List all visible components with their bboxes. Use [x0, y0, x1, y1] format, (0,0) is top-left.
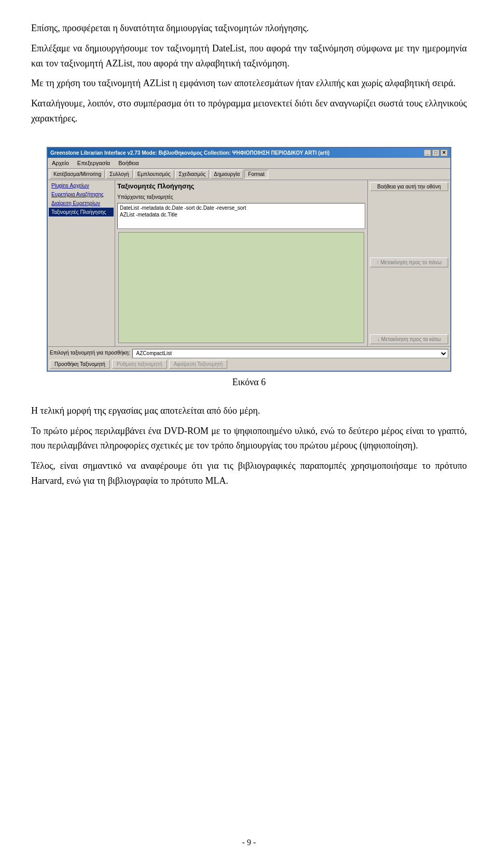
menu-help[interactable]: Βοήθεια: [116, 159, 141, 167]
toolbar-design[interactable]: Σχεδιασμός: [175, 170, 210, 179]
paragraph-4: Καταλήγουμε, λοιπόν, στο συμπέρασμα ότι …: [31, 96, 467, 126]
paragraph-post-2: Το πρώτο μέρος περιλαμβάνει ένα DVD-ROM …: [31, 424, 467, 454]
figure-container: Greenstone Librarian Interface v2.73 Mod…: [47, 147, 451, 388]
paragraph-1: Επίσης, προσφέρεται η δυνατότητα δημιουρ…: [31, 21, 467, 36]
menubar: Αρχείο Επεξεργασία Βοήθεια: [48, 158, 450, 169]
greenstone-window: Greenstone Librarian Interface v2.73 Mod…: [47, 147, 451, 372]
bottom-bar: Επιλογή ταξινομητή για προσθήκη: AZCompa…: [48, 346, 450, 371]
paragraph-3: Με τη χρήση του ταξινομητή AZList η εμφά…: [31, 76, 467, 91]
sidebar-item-plugins[interactable]: Plugins Αρχείων: [49, 181, 114, 190]
titlebar-buttons: _ □ ✕: [424, 150, 448, 156]
close-button[interactable]: ✕: [440, 150, 448, 156]
action-row: Προσθήκη Ταξινομητή Ρύθμιση ταξινομητή Α…: [50, 360, 448, 369]
minimize-button[interactable]: _: [424, 150, 431, 156]
sidebar: Plugins Αρχείων Ευρετήρια Αναζήτησης Δια…: [48, 180, 115, 346]
paragraph-post-1: Η τελική μορφή της εργασίας μας αποτελεί…: [31, 403, 467, 418]
toolbar-collection[interactable]: Συλλογή: [106, 170, 133, 179]
classifier-select[interactable]: AZCompactList: [132, 349, 448, 358]
toolbar-format[interactable]: Format: [244, 170, 268, 179]
select-row: Επιλογή ταξινομητή για προσθήκη: AZCompa…: [50, 349, 448, 358]
toolbar-download[interactable]: Κατέβασμα/Mirroring: [50, 170, 105, 179]
sidebar-item-partition[interactable]: Διαίρεση Ευρετηρίων: [49, 199, 114, 208]
classifiers-list[interactable]: DateList -metadata dc.Date -sort dc.Date…: [117, 203, 365, 229]
right-panel: Βοήθεια για αυτή την οθόνη ↑ Μετακίνηση …: [367, 180, 450, 346]
move-down-button[interactable]: ↓ Μετακίνηση προς τα κάτω: [370, 334, 448, 344]
paragraph-2: Επιλέξαμε να δημιουργήσουμε τον ταξινομη…: [31, 41, 467, 71]
titlebar: Greenstone Librarian Interface v2.73 Mod…: [48, 148, 450, 158]
sidebar-item-indexes[interactable]: Ευρετήρια Αναζήτησης: [49, 190, 114, 199]
menu-file[interactable]: Αρχείο: [50, 159, 71, 167]
select-label: Επιλογή ταξινομητή για προσθήκη:: [50, 350, 130, 356]
existing-label: Υπάρχοντες ταξινομητές: [117, 194, 365, 200]
menu-edit[interactable]: Επεξεργασία: [75, 159, 112, 167]
main-panel: Ταξινομητές Πλοήγησης Υπάρχοντες ταξινομ…: [115, 180, 367, 346]
main-content: Plugins Αρχείων Ευρετήρια Αναζήτησης Δια…: [48, 180, 450, 346]
remove-classifier-button[interactable]: Αφαίρεση Ταξινομητή: [169, 360, 228, 369]
window-title: Greenstone Librarian Interface v2.73 Mod…: [50, 150, 329, 156]
green-area: [118, 232, 364, 343]
sidebar-item-classifiers[interactable]: Ταξινομητές Πλοήγησης: [49, 208, 114, 216]
panel-title: Ταξινομητές Πλοήγησης: [117, 182, 365, 190]
page-number: - 9 -: [31, 828, 467, 847]
page-container: Επίσης, προσφέρεται η δυνατότητα δημιουρ…: [0, 0, 498, 868]
reset-classifier-button[interactable]: Ρύθμιση ταξινομητή: [112, 360, 167, 369]
toolbar-enrich[interactable]: Εμπλουτισμός: [134, 170, 174, 179]
help-button[interactable]: Βοήθεια για αυτή την οθόνη: [370, 182, 448, 191]
move-up-button[interactable]: ↑ Μετακίνηση προς το πάνω: [370, 257, 448, 267]
add-classifier-button[interactable]: Προσθήκη Ταξινομητή: [50, 360, 110, 369]
maximize-button[interactable]: □: [432, 150, 439, 156]
list-item-azlist[interactable]: AZList -metadata dc.Title: [119, 211, 364, 218]
toolbar: Κατέβασμα/Mirroring Συλλογή Εμπλουτισμός…: [48, 169, 450, 180]
list-item-datelist[interactable]: DateList -metadata dc.Date -sort dc.Date…: [119, 205, 364, 211]
paragraph-post-3: Τέλος, είναι σημαντικό να αναφέρουμε ότι…: [31, 458, 467, 489]
toolbar-create[interactable]: Δημιουργία: [210, 170, 243, 179]
figure-caption: Εικόνα 6: [232, 377, 266, 388]
